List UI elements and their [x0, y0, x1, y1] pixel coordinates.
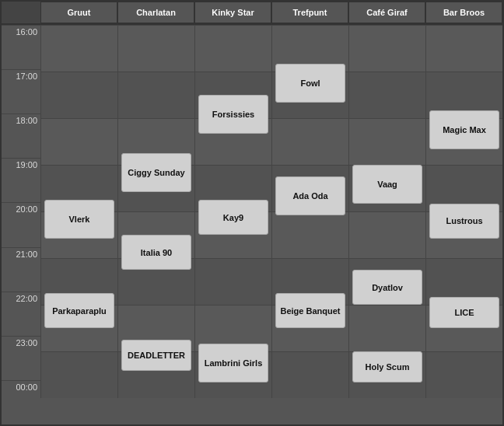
- venue-col-kinky-star: ForsissiesKay9Lambrini Girls: [194, 25, 271, 398]
- venue-col-bar-broos: Magic MaxLustrousLICE: [425, 25, 502, 398]
- hour-stripe: [426, 351, 502, 398]
- venue-col-gruut: VlerkParkaparaplu: [40, 25, 117, 398]
- hour-stripe: [426, 25, 502, 72]
- event-lambrini-girls[interactable]: Lambrini Girls: [198, 344, 268, 382]
- event-vaag[interactable]: Vaag: [352, 165, 422, 204]
- hour-stripe: [349, 305, 425, 351]
- hour-stripe: [272, 118, 348, 165]
- time-label-2200: 22:00: [2, 292, 40, 336]
- time-gutter-header: [2, 2, 40, 23]
- venue-header-gruut: Gruut: [40, 2, 117, 23]
- hour-stripe: [41, 72, 117, 118]
- event-fowl[interactable]: Fowl: [275, 64, 345, 103]
- time-column: 16:0017:0018:0019:0020:0021:0022:0023:00…: [2, 25, 40, 424]
- hour-stripe: [349, 211, 425, 258]
- event-kay9[interactable]: Kay9: [198, 200, 268, 235]
- venue-header-bar-broos: Bar Broos: [425, 2, 502, 23]
- grid-area: 16:0017:0018:0019:0020:0021:0022:0023:00…: [2, 25, 502, 424]
- hour-stripe: [272, 351, 348, 398]
- time-label-0000: 00:00: [2, 380, 40, 424]
- time-label-2300: 23:00: [2, 336, 40, 380]
- event-parkaparaplu[interactable]: Parkaparaplu: [44, 293, 114, 328]
- hour-stripe: [272, 211, 348, 258]
- hour-stripe: [118, 25, 194, 72]
- venue-header-cafe-giraf: Café Giraf: [348, 2, 425, 23]
- venue-header-kinky-star: Kinky Star: [194, 2, 271, 23]
- venue-col-trefpunt: FowlAda OdaBeige Banquet: [271, 25, 348, 398]
- event-ada-oda[interactable]: Ada Oda: [275, 176, 345, 215]
- time-label-1700: 17:00: [2, 69, 40, 113]
- hour-stripe: [349, 72, 425, 118]
- time-label-1600: 16:00: [2, 25, 40, 69]
- venue-columns: VlerkParkaparapluCiggy SundayItalia 90DE…: [40, 25, 502, 424]
- event-deadletter[interactable]: DEADLETTER: [121, 340, 191, 371]
- hour-stripe: [41, 118, 117, 165]
- hour-stripe: [41, 25, 117, 72]
- hour-stripe: [349, 25, 425, 72]
- event-ciggy-sunday[interactable]: Ciggy Sunday: [121, 153, 191, 192]
- header-row: Gruut Charlatan Kinky Star Trefpunt Café…: [2, 2, 502, 25]
- venue-header-trefpunt: Trefpunt: [271, 2, 348, 23]
- time-label-1800: 18:00: [2, 113, 40, 158]
- venue-col-charlatan: Ciggy SundayItalia 90DEADLETTER: [117, 25, 194, 398]
- hour-stripe: [195, 258, 271, 305]
- schedule-container: Gruut Charlatan Kinky Star Trefpunt Café…: [0, 0, 504, 426]
- hour-stripe: [118, 72, 194, 118]
- event-lice[interactable]: LICE: [429, 297, 499, 328]
- time-label-2100: 21:00: [2, 247, 40, 292]
- event-vlerk[interactable]: Vlerk: [44, 200, 114, 239]
- hour-stripe: [41, 351, 117, 398]
- event-holy-scum[interactable]: Holy Scum: [352, 351, 422, 382]
- hour-stripe: [349, 118, 425, 165]
- event-beige-banquet[interactable]: Beige Banquet: [275, 293, 345, 328]
- hour-stripe: [195, 25, 271, 72]
- event-magic-max[interactable]: Magic Max: [429, 110, 499, 149]
- venue-col-cafe-giraf: VaagDyatlovHoly Scum: [348, 25, 425, 398]
- event-italia-90[interactable]: Italia 90: [121, 235, 191, 270]
- event-forsissies[interactable]: Forsissies: [198, 95, 268, 134]
- event-lustrous[interactable]: Lustrous: [429, 204, 499, 239]
- time-label-1900: 19:00: [2, 158, 40, 202]
- event-dyatlov[interactable]: Dyatlov: [352, 270, 422, 305]
- venue-header-charlatan: Charlatan: [117, 2, 194, 23]
- time-label-2000: 20:00: [2, 202, 40, 246]
